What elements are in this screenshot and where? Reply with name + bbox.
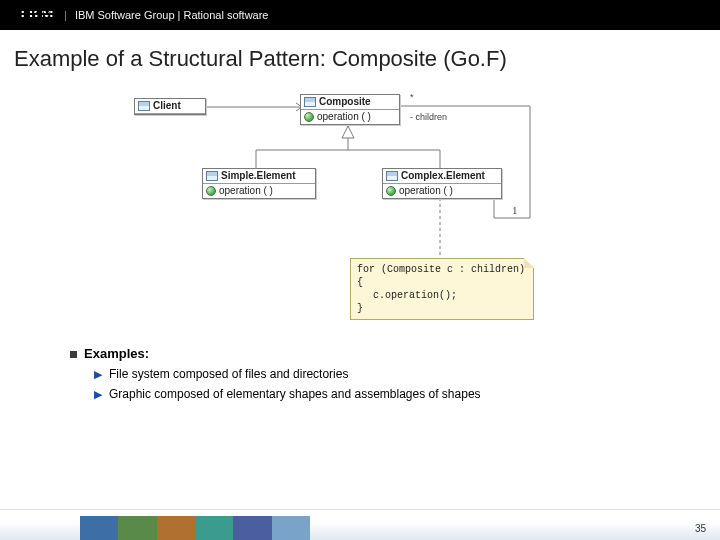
examples-heading: Examples: [84,346,149,361]
bullet-examples: Examples: [70,346,720,361]
note-line-1: for (Composite c : children) { [357,263,527,289]
example-1-text: File system composed of files and direct… [109,367,348,381]
example-2-text: Graphic composed of elementary shapes an… [109,387,481,401]
code-note: for (Composite c : children) { c.operati… [350,258,534,320]
header-text: IBM Software Group | Rational software [75,9,269,21]
class-simple-name: Simple.Element [221,170,295,181]
header-bar: IBM | IBM Software Group | Rational soft… [0,0,720,30]
operation-icon [206,186,216,196]
header-separator: | [64,9,67,21]
class-simple-element: Simple.Element operation ( ) [202,168,316,199]
bullet-example-2: ▶ Graphic composed of elementary shapes … [94,387,720,401]
note-line-2: c.operation(); [357,289,527,302]
square-bullet-icon [70,351,77,358]
class-complex-name: Complex.Element [401,170,485,181]
footer-color-band [80,516,310,540]
class-client: Client [134,98,206,115]
note-fold-icon [524,258,534,268]
content-area: Examples: ▶ File system composed of file… [70,346,720,401]
class-complex-op: operation ( ) [399,185,453,196]
class-composite: Composite operation ( ) [300,94,400,125]
arrow-bullet-icon: ▶ [94,368,102,381]
operation-icon [304,112,314,122]
svg-marker-2 [342,126,354,138]
class-client-name: Client [153,100,181,111]
multiplicity-star: * [410,92,414,102]
class-icon [138,101,150,111]
slide-title: Example of a Structural Pattern: Composi… [14,46,710,72]
class-composite-name: Composite [319,96,371,107]
role-children: - children [410,112,447,122]
class-icon [386,171,398,181]
arrow-bullet-icon: ▶ [94,388,102,401]
note-line-3: } [357,302,527,315]
bullet-example-1: ▶ File system composed of files and dire… [94,367,720,381]
operation-icon [386,186,396,196]
ibm-logo: IBM [20,7,56,23]
page-number: 35 [695,523,706,534]
class-icon [304,97,316,107]
multiplicity-one: 1 [512,204,518,216]
class-complex-element: Complex.Element operation ( ) [382,168,502,199]
uml-diagram: Client Composite operation ( ) Simple.El… [90,78,630,338]
class-composite-op: operation ( ) [317,111,371,122]
footer-bar: 35 [0,509,720,540]
class-simple-op: operation ( ) [219,185,273,196]
class-icon [206,171,218,181]
